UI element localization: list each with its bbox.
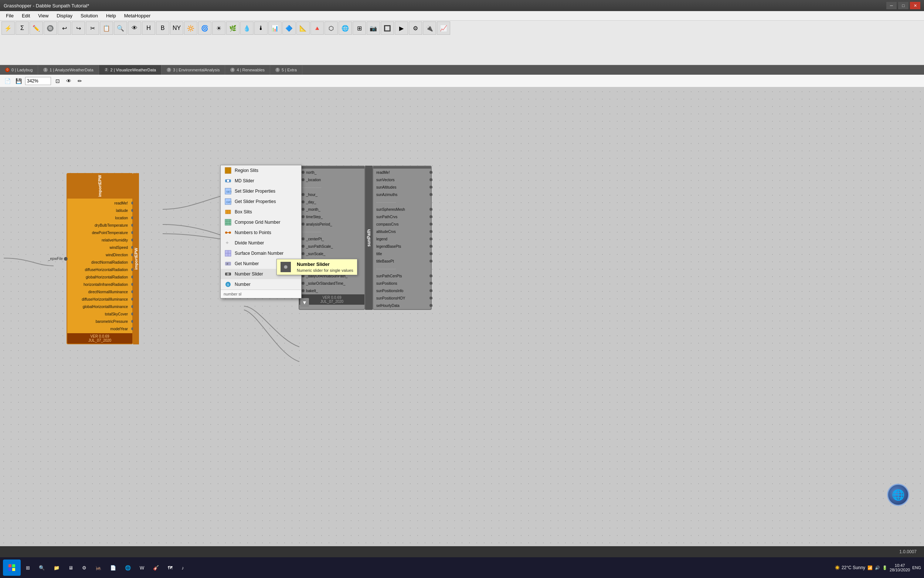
globe-icon: 🌐 bbox=[887, 484, 909, 506]
ctx-get-slider[interactable]: GET Get Slider Properties bbox=[221, 196, 301, 207]
node-row-diffusehoriz-ill: diffuseHorizontalIlluminance bbox=[67, 295, 132, 303]
start-button[interactable] bbox=[3, 560, 21, 576]
tab-1-indicator: 1 bbox=[43, 68, 48, 72]
menu-view[interactable]: View bbox=[34, 12, 52, 19]
menu-display[interactable]: Display bbox=[53, 12, 76, 19]
close-button[interactable]: ✕ bbox=[910, 2, 920, 9]
taskbar-dell[interactable]: 🖥 bbox=[65, 560, 77, 576]
ctx-numbers-to-points[interactable]: Numbers to Points bbox=[221, 227, 301, 238]
save-icon[interactable]: 💾 bbox=[14, 76, 23, 85]
out-compasscrvs: compassCrvs bbox=[373, 221, 431, 228]
maximize-button[interactable]: □ bbox=[898, 2, 908, 9]
taskbar-chrome[interactable]: 🌐 bbox=[121, 560, 134, 576]
toolbar-icon-18[interactable]: 💧 bbox=[240, 21, 254, 35]
menu-solution[interactable]: Solution bbox=[77, 12, 102, 19]
taskbar-settings[interactable]: ⚙ bbox=[78, 560, 90, 576]
toolbar-icon-4[interactable]: 🔘 bbox=[44, 21, 57, 35]
tooltip-text: Number Slider Numeric slider for single … bbox=[297, 261, 353, 273]
toolbar-icon-31[interactable]: 🔌 bbox=[423, 21, 436, 35]
minimize-button[interactable]: ─ bbox=[886, 2, 896, 9]
toolbar-icon-8[interactable]: 📋 bbox=[100, 21, 113, 35]
taskbar-grasshopper[interactable]: 🦗 bbox=[92, 560, 105, 576]
taskbar-app1[interactable]: 🎸 bbox=[149, 560, 163, 576]
toolbar-icon-11[interactable]: H bbox=[142, 21, 155, 35]
title-bar-controls: ─ □ ✕ bbox=[886, 2, 920, 9]
toolbar-icon-22[interactable]: 📐 bbox=[296, 21, 310, 35]
toolbar-icon-26[interactable]: ⊞ bbox=[353, 21, 366, 35]
tab-1[interactable]: 1 1 | AnalyzeWeatherData bbox=[38, 65, 99, 75]
toolbar-icon-13[interactable]: NY bbox=[170, 21, 183, 35]
toolbar-icon-30[interactable]: ⚙ bbox=[409, 21, 422, 35]
taskbar-spotify[interactable]: ♪ bbox=[178, 560, 188, 576]
surface-domain-icon bbox=[224, 250, 232, 257]
toolbar-icon-23[interactable]: 🔺 bbox=[311, 21, 324, 35]
ctx-set-slider-label: Set Slider Properties bbox=[235, 188, 298, 194]
toolbar-icon-10[interactable]: 👁 bbox=[128, 21, 141, 35]
fit-icon[interactable]: ⊡ bbox=[53, 76, 62, 85]
tab-5[interactable]: 5 5 | Extra bbox=[270, 65, 302, 75]
ctx-md-slider[interactable]: MD Slider bbox=[221, 176, 301, 186]
tab-2[interactable]: 2 2 | VisualizeWeatherData bbox=[99, 65, 162, 75]
toolbar-icon-16[interactable]: ☀ bbox=[212, 21, 225, 35]
sunpath-row-location: _location bbox=[299, 176, 364, 183]
taskbar-word[interactable]: W bbox=[136, 560, 148, 576]
out-posinfo: sunPositionsInfo bbox=[373, 287, 431, 294]
taskbar-file-explorer[interactable]: 📁 bbox=[50, 560, 63, 576]
context-menu: Region Slits MD Slider SET Set Slider Pr… bbox=[220, 165, 302, 299]
svg-point-31 bbox=[284, 265, 288, 269]
ctx-divide-number[interactable]: ÷ Divide Number bbox=[221, 238, 301, 248]
menu-help[interactable]: Help bbox=[102, 12, 120, 19]
node-row-winddir: windDirection bbox=[67, 251, 132, 258]
eye-icon[interactable]: 👁 bbox=[64, 76, 73, 85]
menu-edit[interactable]: Edit bbox=[18, 12, 34, 19]
toolbar-icon-7[interactable]: ✂ bbox=[86, 21, 99, 35]
taskbar-app2[interactable]: 🗺 bbox=[164, 560, 176, 576]
svg-rect-9 bbox=[225, 210, 231, 214]
ctx-surface-domain[interactable]: Surface Domain Number bbox=[221, 248, 301, 258]
toolbar-icon-21[interactable]: 🔷 bbox=[282, 21, 296, 35]
ctx-number[interactable]: n Number bbox=[221, 279, 301, 289]
tab-0[interactable]: 0 0 | Ladybug bbox=[0, 65, 38, 75]
zoom-input[interactable] bbox=[25, 77, 51, 85]
taskview-btn[interactable]: ⊞ bbox=[22, 560, 34, 576]
toolbar: ⚡ Σ ✏️ 🔘 ↩ ↪ ✂ 📋 🔍 👁 H B NY 🔆 🌀 ☀ 🌿 💧 🌡 … bbox=[0, 21, 924, 65]
toolbar-icon-24[interactable]: ⬡ bbox=[325, 21, 338, 35]
down-arrow-button[interactable]: ▼ bbox=[300, 298, 309, 307]
toolbar-icon-2[interactable]: Σ bbox=[16, 21, 29, 35]
toolbar-icon-12[interactable]: B bbox=[156, 21, 169, 35]
toolbar-icon-32[interactable]: 📈 bbox=[437, 21, 450, 35]
taskbar-acrobat[interactable]: 📄 bbox=[107, 560, 120, 576]
toolbar-icon-1[interactable]: ⚡ bbox=[2, 21, 15, 35]
menu-metahopper[interactable]: MetaHopper bbox=[120, 12, 154, 19]
toolbar-icon-27[interactable]: 📷 bbox=[367, 21, 380, 35]
toolbar-icon-28[interactable]: 🔲 bbox=[381, 21, 394, 35]
toolbar-icon-29[interactable]: ▶ bbox=[395, 21, 408, 35]
ctx-set-slider[interactable]: SET Set Slider Properties bbox=[221, 186, 301, 196]
node-row-modelyear: modelYear bbox=[67, 325, 132, 333]
sunpath-row-period: analysisPeriod_ bbox=[299, 221, 364, 228]
sunpath-output-body: readMe! sunVectors sunAltitudes sunAzimu… bbox=[372, 166, 432, 310]
toolbar-icon-19[interactable]: 🌡 bbox=[254, 21, 268, 35]
toolbar-icon-25[interactable]: 🌐 bbox=[338, 21, 352, 35]
toolbar-icon-17[interactable]: 🌿 bbox=[226, 21, 239, 35]
new-icon[interactable]: 📄 bbox=[3, 76, 12, 85]
toolbar-icon-9[interactable]: 🔍 bbox=[114, 21, 127, 35]
title-bar: Grasshopper - Dabble Sunpath Tutorial* ─… bbox=[0, 0, 924, 11]
canvas[interactable]: _epwFile importEPW readMe! latitude loca… bbox=[0, 88, 924, 556]
tab-4[interactable]: 4 4 | Renewables bbox=[225, 65, 270, 75]
tab-3[interactable]: 3 3 | EnvironmentalAnalysis bbox=[162, 65, 225, 75]
toolbar-icon-20[interactable]: 📊 bbox=[268, 21, 282, 35]
epw-title-band: importEPW bbox=[133, 173, 139, 344]
toolbar-icon-15[interactable]: 🌀 bbox=[198, 21, 211, 35]
menu-file[interactable]: File bbox=[2, 12, 17, 19]
search-btn[interactable]: 🔍 bbox=[35, 560, 49, 576]
ctx-box-slits[interactable]: Box Slits bbox=[221, 207, 301, 217]
ctx-region-slits[interactable]: Region Slits bbox=[221, 165, 301, 176]
toolbar-icon-6[interactable]: ↪ bbox=[72, 21, 85, 35]
ctx-compose-grid[interactable]: Compose Grid Number bbox=[221, 217, 301, 227]
toolbar-icon-5[interactable]: ↩ bbox=[58, 21, 71, 35]
toolbar-icon-3[interactable]: ✏️ bbox=[29, 21, 43, 35]
pen-icon[interactable]: ✏ bbox=[75, 76, 84, 85]
out-sunaltitudes: sunAltitudes bbox=[373, 183, 431, 191]
toolbar-icon-14[interactable]: 🔆 bbox=[184, 21, 197, 35]
